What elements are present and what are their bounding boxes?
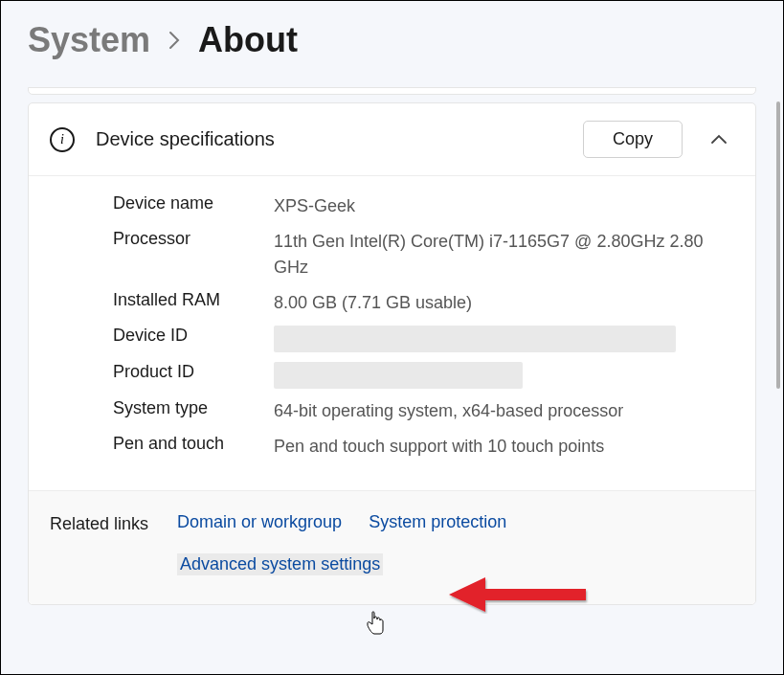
link-domain-workgroup[interactable]: Domain or workgroup: [177, 512, 342, 532]
related-links-section: Related links Domain or workgroup System…: [29, 490, 755, 604]
spec-row-system-type: System type 64-bit operating system, x64…: [113, 398, 734, 424]
copy-button[interactable]: Copy: [583, 121, 683, 158]
spec-value: 11th Gen Intel(R) Core(TM) i7-1165G7 @ 2…: [274, 229, 734, 281]
info-icon: i: [50, 127, 75, 152]
spec-label: System type: [113, 398, 274, 418]
spec-value: Pen and touch support with 10 touch poin…: [274, 434, 623, 460]
specs-list: Device name XPS-Geek Processor 11th Gen …: [29, 176, 755, 490]
chevron-right-icon: [168, 31, 181, 50]
chevron-up-icon[interactable]: [704, 134, 734, 146]
link-advanced-system-settings[interactable]: Advanced system settings: [177, 553, 383, 575]
breadcrumb-current: About: [198, 20, 298, 60]
breadcrumb: System About: [28, 20, 756, 60]
breadcrumb-parent[interactable]: System: [28, 20, 150, 60]
spec-row-device-id: Device ID: [113, 326, 734, 352]
device-specifications-panel: i Device specifications Copy Device name…: [28, 102, 756, 605]
spec-label: Device ID: [113, 326, 274, 346]
spec-row-product-id: Product ID: [113, 362, 734, 389]
spec-row-pen-touch: Pen and touch Pen and touch support with…: [113, 434, 734, 460]
spec-row-device-name: Device name XPS-Geek: [113, 193, 734, 219]
spec-row-processor: Processor 11th Gen Intel(R) Core(TM) i7-…: [113, 229, 734, 281]
spec-label: Device name: [113, 193, 274, 214]
redacted-value: [274, 326, 676, 352]
spec-label: Pen and touch: [113, 434, 274, 454]
scrollbar[interactable]: [776, 101, 780, 389]
spec-label: Installed RAM: [113, 290, 274, 310]
spec-label: Processor: [113, 229, 274, 249]
spec-label: Product ID: [113, 362, 274, 382]
panel-title: Device specifications: [96, 128, 562, 150]
spec-value: 8.00 GB (7.71 GB usable): [274, 290, 491, 316]
spec-value: XPS-Geek: [274, 193, 374, 219]
redacted-value: [274, 362, 523, 389]
spec-row-ram: Installed RAM 8.00 GB (7.71 GB usable): [113, 290, 734, 316]
collapsed-panel-edge: [28, 87, 756, 95]
spec-value: 64-bit operating system, x64-based proce…: [274, 398, 642, 424]
panel-header[interactable]: i Device specifications Copy: [29, 103, 755, 176]
link-system-protection[interactable]: System protection: [369, 512, 506, 532]
related-links-label: Related links: [50, 512, 148, 534]
